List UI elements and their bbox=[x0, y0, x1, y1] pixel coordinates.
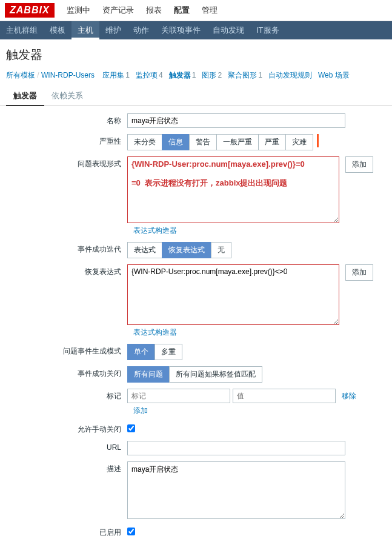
eventgen-recovery[interactable]: 恢复表达式 bbox=[162, 242, 211, 258]
eventgen-expression[interactable]: 表达式 bbox=[127, 242, 162, 258]
sev-information[interactable]: 信息 bbox=[162, 134, 190, 150]
recovery-add-button[interactable]: 添加 bbox=[345, 264, 373, 281]
bc-triggers[interactable]: 触发器 bbox=[169, 71, 191, 79]
subnav-actions[interactable]: 动作 bbox=[127, 21, 155, 39]
header-bar: ZABBIX 监测中 资产记录 报表 配置 管理 bbox=[0, 0, 392, 21]
expression-add-button[interactable]: 添加 bbox=[345, 156, 373, 173]
mode-multiple[interactable]: 多重 bbox=[154, 344, 182, 360]
nav-reports[interactable]: 报表 bbox=[140, 2, 168, 18]
bc-host[interactable]: WIN-RDP-Users bbox=[41, 71, 95, 79]
subnav-hosts[interactable]: 主机 bbox=[71, 21, 99, 39]
label-name: 名称 bbox=[6, 113, 127, 126]
tab-trigger[interactable]: 触发器 bbox=[6, 87, 44, 106]
nav-administration[interactable]: 管理 bbox=[196, 2, 224, 18]
description-textarea[interactable]: maya开启状态 bbox=[127, 461, 345, 519]
event-gen-group: 表达式 恢复表达式 无 bbox=[127, 242, 231, 258]
tag-name-input[interactable] bbox=[127, 389, 230, 403]
problem-mode-group: 单个 多重 bbox=[127, 344, 182, 360]
label-ok-close: 事件成功关闭 bbox=[6, 366, 127, 379]
bc-graphs[interactable]: 图形 bbox=[202, 71, 216, 79]
label-tags: 标记 bbox=[6, 389, 127, 401]
tag-value-input[interactable] bbox=[233, 389, 336, 403]
name-input[interactable] bbox=[127, 113, 345, 128]
breadcrumb: 所有模板 / WIN-RDP-Users 应用集1 监控项4 触发器1 图形2 … bbox=[0, 68, 392, 87]
bc-all-templates[interactable]: 所有模板 bbox=[6, 71, 35, 79]
subnav-hostgroups[interactable]: 主机群组 bbox=[0, 21, 44, 39]
severity-indicator bbox=[317, 134, 319, 147]
expression-builder-link[interactable]: 表达式构造器 bbox=[133, 226, 177, 235]
label-enabled: 已启用 bbox=[6, 525, 127, 536]
label-manual-close: 允许手动关闭 bbox=[6, 422, 127, 435]
subnav-maintenance[interactable]: 维护 bbox=[99, 21, 127, 39]
sev-not-classified[interactable]: 未分类 bbox=[127, 134, 162, 150]
tab-dependencies[interactable]: 依赖关系 bbox=[44, 87, 90, 106]
tag-remove-link[interactable]: 移除 bbox=[342, 389, 356, 401]
nav-inventory[interactable]: 资产记录 bbox=[96, 2, 140, 18]
top-nav: 监测中 资产记录 报表 配置 管理 bbox=[61, 2, 224, 18]
zabbix-logo: ZABBIX bbox=[5, 3, 55, 18]
manual-close-checkbox[interactable] bbox=[127, 424, 135, 432]
severity-group: 未分类 信息 警告 一般严重 严重 灾难 bbox=[127, 134, 313, 150]
label-recovery-expr: 恢复表达式 bbox=[6, 264, 127, 277]
bc-applications[interactable]: 应用集 bbox=[102, 71, 124, 79]
trigger-form: 名称 严重性 未分类 信息 警告 一般严重 严重 灾难 问题表现形式 {WIN-… bbox=[0, 106, 392, 536]
bc-screens[interactable]: 聚合图形 bbox=[228, 71, 257, 79]
label-problem-mode: 问题事件生成模式 bbox=[6, 344, 127, 357]
sev-warning[interactable]: 警告 bbox=[189, 134, 217, 150]
page-title: 触发器 bbox=[0, 39, 392, 68]
label-event-gen: 事件成功迭代 bbox=[6, 242, 127, 255]
form-tabs: 触发器 依赖关系 bbox=[0, 87, 392, 106]
okclose-tag[interactable]: 所有问题如果标签值匹配 bbox=[169, 366, 262, 383]
subnav-correlation[interactable]: 关联项事件 bbox=[155, 21, 207, 39]
label-severity: 严重性 bbox=[6, 134, 127, 147]
tag-add-link[interactable]: 添加 bbox=[133, 406, 148, 415]
okclose-all[interactable]: 所有问题 bbox=[127, 366, 170, 383]
label-description: 描述 bbox=[6, 461, 127, 474]
bc-discovery-rules[interactable]: 自动发现规则 bbox=[268, 71, 312, 79]
label-expression: 问题表现形式 bbox=[6, 156, 127, 169]
enabled-checkbox[interactable] bbox=[127, 528, 135, 535]
ok-close-group: 所有问题 所有问题如果标签值匹配 bbox=[127, 366, 262, 383]
expression-textarea[interactable]: {WIN-RDP-User:proc.num[maya.exe].prev()}… bbox=[127, 156, 339, 223]
nav-configuration[interactable]: 配置 bbox=[168, 2, 196, 18]
label-url: URL bbox=[6, 441, 127, 452]
subnav-templates[interactable]: 模板 bbox=[44, 21, 71, 39]
bc-items[interactable]: 监控项 bbox=[136, 71, 158, 79]
recovery-expression-textarea[interactable]: {WIN-RDP-User:proc.num[maya.exe].prev()}… bbox=[127, 264, 339, 325]
sev-high[interactable]: 严重 bbox=[258, 134, 286, 150]
subnav-itservices[interactable]: IT服务 bbox=[250, 21, 285, 39]
sev-average[interactable]: 一般严重 bbox=[216, 134, 259, 150]
mode-single[interactable]: 单个 bbox=[127, 344, 155, 360]
sub-nav: 主机群组 模板 主机 维护 动作 关联项事件 自动发现 IT服务 bbox=[0, 21, 392, 39]
subnav-discovery[interactable]: 自动发现 bbox=[207, 21, 250, 39]
eventgen-none[interactable]: 无 bbox=[211, 242, 231, 258]
url-input[interactable] bbox=[127, 441, 345, 455]
nav-monitoring[interactable]: 监测中 bbox=[61, 2, 96, 18]
bc-web[interactable]: Web 场景 bbox=[318, 71, 350, 79]
sev-disaster[interactable]: 灾难 bbox=[285, 134, 313, 150]
recovery-expression-builder-link[interactable]: 表达式构造器 bbox=[133, 328, 177, 337]
